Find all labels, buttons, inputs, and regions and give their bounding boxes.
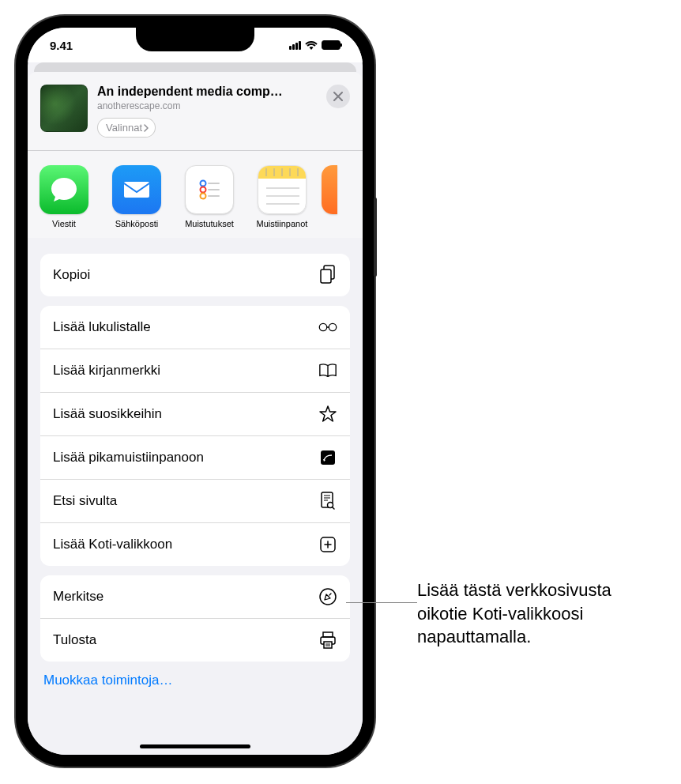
close-icon [333,92,343,101]
action-group: Lisää lukulistalle Lisää kirjanmerkki [40,306,350,566]
action-group: Kopioi [40,254,350,296]
action-copy[interactable]: Kopioi [40,254,350,296]
glasses-icon [318,318,337,337]
find-on-page-icon [318,492,337,511]
phone-frame: 9.41 An independent media comp… anothere… [16,16,374,767]
notch [136,28,254,51]
chevron-right-icon [144,124,149,132]
app-label: Viestit [52,219,76,228]
action-quick-note[interactable]: Lisää pikamuistiinpanoon [40,435,350,479]
share-app-mail[interactable]: Sähköposti [100,165,173,228]
action-label: Lisää kirjanmerkki [53,363,160,379]
side-button [374,198,377,277]
svg-rect-33 [324,642,332,648]
status-time: 9.41 [50,39,73,52]
page-title: An independent media comp… [97,85,317,99]
action-reading-list[interactable]: Lisää lukulistalle [40,306,350,349]
app-label: Sähköposti [115,219,158,228]
svg-rect-31 [323,632,333,637]
cellular-icon [289,41,301,50]
wifi-icon [305,40,318,50]
action-favorite[interactable]: Lisää suosikkeihin [40,392,350,435]
add-home-icon [318,535,337,554]
app-label: Muistutukset [185,219,234,228]
options-label: Valinnat [106,122,142,134]
phone-screen: 9.41 An independent media comp… anothere… [28,28,363,755]
svg-point-18 [329,323,336,330]
svg-line-30 [329,594,331,595]
star-icon [318,405,337,424]
svg-point-2 [201,187,206,192]
action-find-on-page[interactable]: Etsi sivulta [40,479,350,522]
share-app-partial[interactable] [322,165,337,214]
action-label: Etsi sivulta [53,493,117,509]
action-label: Kopioi [53,267,90,283]
svg-rect-0 [124,182,149,198]
action-group: Merkitse Tulosta [40,575,350,662]
share-app-messages[interactable]: Viestit [28,165,100,228]
action-label: Lisää Koti-valikkoon [53,537,172,552]
close-button[interactable] [326,85,350,108]
action-bookmark[interactable]: Lisää kirjanmerkki [40,349,350,392]
action-add-home-screen[interactable]: Lisää Koti-valikkoon [40,522,350,566]
book-icon [318,361,337,380]
svg-point-3 [201,193,206,198]
svg-point-17 [319,323,326,330]
action-label: Lisää suosikkeihin [53,406,162,422]
sheet-header: An independent media comp… anotherescape… [28,72,363,150]
action-markup[interactable]: Merkitse [40,575,350,618]
svg-rect-16 [321,270,331,283]
svg-point-1 [201,180,206,186]
action-label: Tulosta [53,632,96,648]
share-app-notes[interactable]: Muistiinpanot [246,165,318,228]
markup-icon [318,587,337,606]
svg-rect-19 [321,450,335,465]
app-label: Muistiinpanot [257,219,308,228]
mail-icon [112,165,161,214]
action-print[interactable]: Tulosta [40,618,350,662]
options-button[interactable]: Valinnat [97,118,156,138]
print-icon [318,631,337,650]
edit-actions-button[interactable]: Muokkaa toimintoja… [40,662,350,699]
copy-icon [318,266,337,285]
callout-leader-line [346,602,417,603]
share-app-reminders[interactable]: Muistutukset [173,165,246,228]
svg-line-25 [333,507,335,509]
action-label: Lisää pikamuistiinpanoon [53,450,204,466]
share-apps-row[interactable]: Viestit Sähköposti Muistutukset [28,151,363,238]
action-label: Lisää lukulistalle [53,319,151,335]
page-url: anotherescape.com [97,100,317,111]
battery-icon [322,40,340,50]
action-label: Merkitse [53,589,103,605]
callout-text: Lisää tästä verkkosivusta oikotie Koti-v… [417,579,662,649]
reminders-icon [185,165,234,214]
home-indicator[interactable] [140,744,250,748]
share-sheet[interactable]: An independent media comp… anotherescape… [28,72,363,755]
quick-note-icon [318,448,337,467]
notes-icon [258,165,307,214]
background-card-edge [34,62,356,72]
svg-point-29 [320,589,336,605]
page-thumbnail [40,85,88,132]
messages-icon [40,165,88,214]
